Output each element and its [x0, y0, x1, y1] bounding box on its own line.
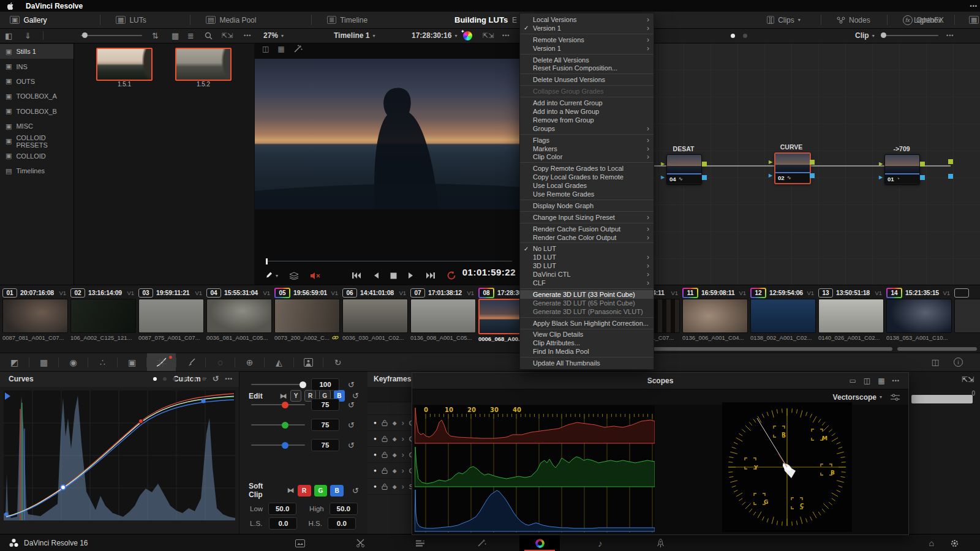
node-view-dot-active[interactable] — [731, 34, 735, 38]
context-menu-item[interactable]: ✓ 1D LUT › — [520, 253, 654, 261]
lock-icon[interactable] — [382, 467, 388, 474]
expand-chevron-icon[interactable]: › — [402, 482, 404, 491]
timeline-clip-edge[interactable] — [954, 287, 980, 343]
channel-value[interactable]: 75 — [311, 399, 339, 411]
rgb-output-icon[interactable] — [810, 160, 815, 166]
rgb-input-icon[interactable]: ▶ — [879, 162, 883, 167]
sidebar-item[interactable]: MISC — [0, 119, 74, 133]
unmix-icon[interactable] — [289, 272, 299, 280]
home-icon[interactable]: ⌂ — [929, 538, 934, 548]
context-menu-item[interactable]: ✓ Add into a New Group › — [520, 107, 654, 116]
viewer-expand-icon[interactable]: ⇱⇲ — [483, 28, 494, 43]
split-screen-icon[interactable]: ▦ — [277, 45, 284, 53]
step-back-button[interactable] — [372, 272, 379, 279]
context-menu-item[interactable]: ✓ Remove from Group › — [520, 116, 654, 124]
channel-value[interactable]: 75 — [311, 419, 339, 431]
curves-options-icon[interactable]: ••• — [225, 376, 233, 382]
gallery-panel-toggle-icon[interactable]: ◧ — [5, 28, 12, 43]
gallery-options-icon[interactable]: ••• — [244, 28, 251, 43]
grade-node[interactable]: ->709 01◔ ▶ ▶ — [884, 154, 919, 185]
image-wipe-icon[interactable]: ◫ — [262, 45, 269, 53]
power-window-icon[interactable]: ◌ — [206, 353, 235, 371]
blur-icon[interactable]: ◭ — [265, 353, 293, 371]
sidebar-item[interactable]: OUTS — [0, 74, 74, 89]
context-menu-item[interactable]: ✓ Display Node Graph › — [520, 201, 654, 210]
sidebar-item[interactable]: COLLOID PRESETS — [0, 133, 74, 148]
layout-single-icon[interactable]: ▭ — [850, 377, 856, 385]
context-menu-item[interactable]: ✓ Clip Attributes... › — [520, 339, 654, 347]
reset-icon[interactable]: ↺ — [352, 486, 359, 495]
sidebar-item[interactable]: TOOLBOX_B — [0, 104, 74, 119]
curves-icon[interactable] — [147, 353, 176, 371]
camera-raw-icon[interactable]: ◩ — [0, 353, 29, 371]
context-menu-item[interactable]: ✓ Generate 3D LUT (33 Point Cube) › — [520, 290, 654, 299]
loop-icon[interactable] — [447, 271, 456, 280]
softclip-b-button[interactable]: B — [330, 485, 344, 497]
color-wheels-icon[interactable]: ◉ — [59, 353, 88, 371]
ls-value[interactable]: 0.0 — [269, 517, 297, 530]
context-menu-item[interactable]: ✓ Markers › — [520, 144, 654, 153]
timeline-clip[interactable]: 14 15:21:35:15 V1 0138_053_A001_C10... — [886, 287, 952, 343]
video-frame[interactable] — [255, 59, 522, 209]
rgb-input-icon[interactable]: ▶ — [661, 162, 665, 167]
lock-icon[interactable] — [382, 483, 388, 490]
clip-thumbnail[interactable] — [682, 299, 748, 333]
key-output-icon[interactable] — [810, 173, 815, 179]
key-output-icon[interactable] — [920, 175, 925, 181]
keyframe-diamond-icon[interactable]: ◆ — [393, 452, 397, 458]
context-menu-item[interactable]: ✓ Groups › — [520, 124, 654, 133]
sizing-icon[interactable]: ↻ — [323, 353, 352, 371]
context-menu-item[interactable]: ✓ Generate 3D LUT (Panasonic VLUT) › — [520, 307, 654, 316]
apple-menu-icon[interactable] — [7, 2, 14, 10]
timeline-select[interactable]: Timeline 1▾ — [334, 28, 375, 43]
clip-thumbnail[interactable] — [750, 299, 816, 333]
keyframe-diamond-icon[interactable]: ◆ — [393, 420, 397, 426]
context-menu-item[interactable]: ✓ DaVinci CTL › — [520, 270, 654, 279]
node-view-dot[interactable] — [743, 34, 747, 38]
clip-thumbnail[interactable] — [342, 299, 408, 333]
expand-chevron-icon[interactable]: › — [402, 467, 404, 475]
context-menu-item[interactable]: ✓ No LUT › — [520, 244, 654, 253]
channel-slider[interactable] — [251, 444, 305, 446]
lock-icon[interactable] — [382, 451, 388, 458]
context-menu-item[interactable]: ✓ Use Local Grades › — [520, 181, 654, 190]
timeline-clip[interactable]: 13 13:50:51:18 V1 0140_026_A001_C02... — [818, 287, 884, 343]
tab-clips[interactable]: ][ Clips▾ — [758, 12, 809, 28]
grab-still-icon[interactable]: ⇓ — [24, 28, 31, 43]
keyframe-diamond-icon[interactable]: ◆ — [393, 436, 397, 442]
tab-timeline[interactable]: ≣ Timeline — [318, 12, 376, 28]
menubar-overflow-icon[interactable]: ••• — [970, 3, 978, 9]
context-menu-item[interactable]: ✓ Version 1 › — [520, 44, 654, 53]
sidebar-item[interactable]: Timelines — [0, 163, 74, 178]
context-menu-item[interactable]: ✓ Apply Black Sun Highlight Correction..… — [520, 319, 654, 328]
node-options-icon[interactable]: ••• — [946, 28, 954, 43]
context-menu-item[interactable]: ✓ Add into Current Group › — [520, 99, 654, 107]
jump-to-end-button[interactable] — [426, 272, 435, 279]
timeline-clip[interactable]: 01 20:07:16:08 V1 0087_081_A001_C07... — [2, 287, 68, 343]
mute-icon[interactable] — [310, 272, 320, 280]
context-menu-item[interactable]: ✓ Clip Color › — [520, 152, 654, 161]
gallery-still[interactable] — [175, 48, 232, 81]
channel-slider[interactable] — [251, 404, 305, 405]
gallery-still[interactable] — [96, 48, 153, 81]
key-input-icon[interactable]: ▶ — [879, 175, 883, 180]
stop-button[interactable] — [390, 272, 397, 279]
node-zoom-slider[interactable] — [882, 35, 938, 36]
context-menu-item[interactable]: ✓ View Clip Details › — [520, 331, 654, 339]
enable-dot-icon[interactable]: ● — [374, 420, 377, 425]
thumbnail-size-slider[interactable] — [81, 35, 142, 36]
edit-page-button[interactable] — [403, 534, 437, 551]
clip-thumbnail[interactable] — [410, 299, 476, 333]
context-menu-item[interactable]: ✓ Find In Media Pool › — [520, 347, 654, 356]
node-mode-select[interactable]: Clip▾ — [855, 28, 875, 43]
timeline-clip[interactable]: 03 19:59:11:21 V1 0087_075_A001_C07... — [138, 287, 204, 343]
keyframe-diamond-icon[interactable]: ◆ — [393, 484, 397, 490]
grade-node[interactable]: CURVE 02∿ ▶ ▶ — [774, 152, 809, 184]
lock-icon[interactable] — [382, 419, 388, 426]
cursor-mode-icon[interactable]: ▾ — [265, 271, 278, 280]
context-menu-item[interactable]: ✓ Flags › — [520, 136, 654, 144]
viewer-zoom-select[interactable]: 27%▾ — [263, 28, 284, 43]
reset-icon[interactable]: ↺ — [213, 374, 219, 383]
grade-node[interactable]: DESAT 04∿ ▶ ▶ — [666, 154, 701, 185]
timeline-clip[interactable]: 05 19:56:59:01 V1 0073_200_A002_C... — [274, 287, 340, 343]
